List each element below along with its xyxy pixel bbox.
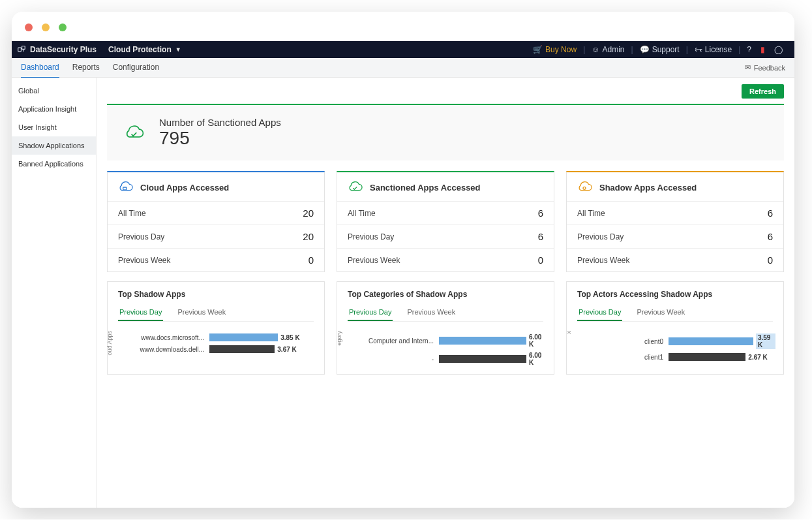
chart-card-top-categories-of-shadow-apps: Top Categories of Shadow AppsPrevious Da… — [337, 281, 554, 375]
bar-value: 6.00 K — [529, 333, 546, 348]
bell-icon: ▮ — [760, 45, 765, 54]
bar — [209, 345, 275, 353]
app-window: DataSecurity Plus Cloud Protection ▼ 🛒 B… — [12, 12, 794, 508]
close-window-icon[interactable] — [25, 23, 33, 31]
help-icon: ? — [747, 45, 751, 54]
stats-row: Cloud Apps AccessedAll Time20Previous Da… — [107, 171, 784, 272]
bar-row: www.downloads.dell...3.67 K — [119, 345, 316, 353]
stat-row: All Time20 — [108, 201, 324, 224]
window-controls — [25, 23, 67, 31]
buy-now-link[interactable]: 🛒 Buy Now — [530, 45, 579, 54]
stat-value: 6 — [768, 231, 773, 242]
module-selector[interactable]: Cloud Protection ▼ — [108, 45, 181, 54]
stat-label: Previous Week — [577, 256, 629, 265]
bar — [669, 337, 753, 345]
sidebar-item-shadow-applications[interactable]: Shadow Applications — [12, 136, 96, 155]
bar-chart: egoryComputer and Intern...6.00 K-6.00 K — [337, 322, 554, 374]
help-link[interactable]: ? — [744, 45, 754, 54]
bar-category: client0 — [579, 338, 663, 345]
headline-value: 795 — [159, 128, 281, 149]
stat-card-sanctioned-apps-accessed: Sanctioned Apps AccessedAll Time6Previou… — [337, 171, 554, 272]
bar-row: Computer and Intern...6.00 K — [349, 333, 546, 348]
feedback-link[interactable]: ✉ Feedback — [745, 63, 785, 72]
mini-tab-previous-week[interactable]: Previous Week — [406, 304, 457, 321]
cloud-orange-icon — [576, 180, 593, 194]
module-label: Cloud Protection — [108, 45, 172, 54]
support-label: Support — [652, 45, 680, 54]
chart-title: Top Shadow Apps — [108, 282, 324, 299]
sidebar-item-banned-applications[interactable]: Banned Applications — [12, 155, 96, 173]
mini-tab-previous-day[interactable]: Previous Day — [348, 304, 393, 321]
stat-label: Previous Week — [118, 256, 170, 265]
bar-value: 2.67 K — [748, 354, 767, 361]
mini-tab-previous-day[interactable]: Previous Day — [118, 304, 163, 321]
chart-card-top-shadow-apps: Top Shadow AppsPrevious DayPrevious Week… — [107, 281, 325, 375]
bar-category: www.docs.microsoft... — [119, 334, 204, 341]
svg-rect-1 — [22, 46, 25, 50]
stat-row: All Time6 — [567, 201, 783, 224]
notifications-button[interactable]: ▮ — [758, 45, 768, 54]
bar-category: www.downloads.dell... — [119, 346, 204, 353]
caret-down-icon: ▼ — [175, 46, 181, 53]
license-link[interactable]: 🗝 License — [692, 45, 734, 54]
brand-icon — [17, 45, 26, 54]
bar — [439, 337, 526, 345]
license-label: License — [705, 45, 732, 54]
sidebar-item-application-insight[interactable]: Application Insight — [12, 100, 96, 118]
admin-link[interactable]: ☺ Admin — [589, 45, 627, 54]
headline-label: Number of Sanctioned Apps — [159, 117, 281, 128]
main-content: Refresh Number of Sanctioned Apps 795 Cl… — [97, 78, 794, 508]
stat-value: 6 — [768, 208, 773, 219]
card-title: Cloud Apps Accessed — [140, 183, 229, 193]
cart-icon: 🛒 — [533, 45, 543, 54]
bar-row: -6.00 K — [349, 352, 546, 366]
mini-tab-previous-week[interactable]: Previous Week — [176, 304, 227, 321]
divider: | — [583, 45, 585, 54]
stat-value: 20 — [303, 208, 314, 219]
y-axis-label: egory — [336, 331, 342, 346]
stat-value: 0 — [308, 255, 314, 266]
refresh-button[interactable]: Refresh — [742, 84, 784, 99]
support-link[interactable]: 💬 Support — [637, 45, 682, 54]
stat-label: All Time — [577, 209, 605, 218]
bar — [209, 333, 278, 341]
stat-label: Previous Week — [348, 256, 400, 265]
buy-now-label: Buy Now — [545, 45, 577, 54]
bar-chart: xclient03.59 Kclient12.67 K — [567, 322, 783, 374]
divider: | — [631, 45, 633, 54]
sidebar-item-global[interactable]: Global — [12, 82, 96, 100]
bar-category: client1 — [579, 354, 663, 361]
divider: | — [738, 45, 740, 54]
sub-nav: Dashboard Reports Configuration ✉ Feedba… — [12, 58, 794, 78]
feedback-label: Feedback — [754, 64, 785, 72]
cloud-check-icon — [123, 124, 145, 142]
stat-row: Previous Day6 — [567, 224, 783, 248]
stat-row: Previous Week0 — [108, 248, 324, 271]
mini-tab-previous-day[interactable]: Previous Day — [577, 304, 622, 321]
stat-value: 20 — [303, 231, 314, 242]
bar — [439, 355, 526, 363]
card-title: Shadow Apps Accessed — [599, 183, 697, 193]
stat-card-cloud-apps-accessed: Cloud Apps AccessedAll Time20Previous Da… — [107, 171, 325, 272]
bar-row: client03.59 K — [579, 333, 775, 349]
minimize-window-icon[interactable] — [42, 23, 50, 31]
stat-row: All Time6 — [337, 201, 554, 224]
bar-row: client12.67 K — [579, 353, 775, 361]
stat-value: 6 — [538, 231, 543, 242]
sidebar-item-user-insight[interactable]: User Insight — [12, 118, 96, 136]
divider: | — [686, 45, 688, 54]
svg-rect-0 — [18, 48, 22, 52]
profile-button[interactable]: ◯ — [772, 45, 785, 54]
tab-configuration[interactable]: Configuration — [113, 57, 159, 78]
maximize-window-icon[interactable] — [59, 23, 67, 31]
license-icon: 🗝 — [695, 45, 702, 54]
stat-row: Previous Day6 — [337, 224, 554, 248]
stat-label: Previous Day — [348, 232, 394, 241]
headline-card: Number of Sanctioned Apps 795 — [107, 104, 784, 161]
stat-label: Previous Day — [118, 232, 164, 241]
tab-dashboard[interactable]: Dashboard — [21, 57, 59, 78]
mini-tab-previous-week[interactable]: Previous Week — [635, 304, 686, 321]
stat-label: All Time — [118, 209, 146, 218]
tab-reports[interactable]: Reports — [72, 57, 100, 78]
admin-label: Admin — [603, 45, 625, 54]
